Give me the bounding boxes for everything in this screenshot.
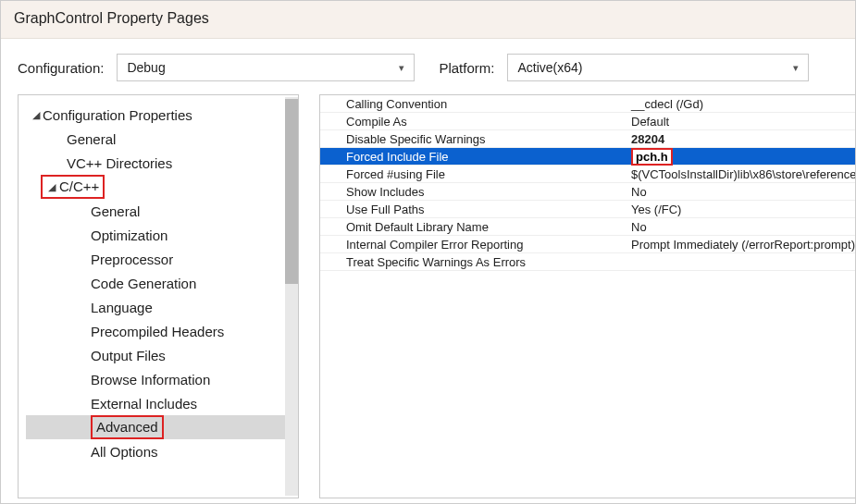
grid-row[interactable]: Forced Include Filepch.h	[320, 148, 855, 166]
tree-item-vcpp-dirs[interactable]: ◢ VC++ Directories	[26, 151, 294, 175]
property-value[interactable]: Default	[626, 115, 855, 129]
tree-item-browse-information[interactable]: ◢Browse Information	[26, 367, 294, 391]
grid-row[interactable]: Internal Compiler Error ReportingPrompt …	[320, 236, 855, 253]
tree-pane: ◢ Configuration Properties ◢ General ◢ V…	[18, 94, 299, 498]
chevron-down-icon: ▾	[399, 62, 404, 74]
tree-item-precompiled-headers[interactable]: ◢Precompiled Headers	[26, 319, 294, 343]
tree-item-all-options[interactable]: ◢All Options	[26, 439, 294, 463]
property-value[interactable]: No	[626, 185, 855, 199]
tree-item-optimization[interactable]: ◢Optimization	[26, 223, 294, 247]
tree-item-external-includes[interactable]: ◢External Includes	[26, 391, 294, 415]
property-value[interactable]: pch.h	[626, 148, 855, 166]
property-name: Treat Specific Warnings As Errors	[320, 255, 626, 269]
property-grid: Calling Convention__cdecl (/Gd)Compile A…	[319, 94, 855, 498]
tree-item-cpp[interactable]: ◢ C/C++	[26, 175, 294, 199]
tree-label: C/C++	[59, 177, 99, 197]
tree-label: Code Generation	[91, 276, 196, 291]
tree-item-advanced[interactable]: ◢Advanced	[26, 415, 294, 439]
property-name: Omit Default Library Name	[320, 220, 626, 234]
tree-item-code-generation[interactable]: ◢Code Generation	[26, 271, 294, 295]
window-title: GraphControl Property Pages	[14, 10, 209, 26]
tree-item-preprocessor[interactable]: ◢Preprocessor	[26, 247, 294, 271]
configuration-label: Configuration:	[18, 60, 104, 76]
tree-label: Configuration Properties	[43, 107, 192, 123]
tree-label: Precompiled Headers	[91, 324, 224, 339]
grid-row[interactable]: Calling Convention__cdecl (/Gd)	[320, 95, 855, 113]
grid-row[interactable]: Forced #using File$(VCToolsInstallDir)li…	[320, 166, 855, 183]
property-value[interactable]: No	[626, 220, 855, 234]
tree-label: External Includes	[91, 396, 197, 412]
configuration-toolbar: Configuration: Debug ▾ Platform: Active(…	[1, 39, 855, 94]
property-value[interactable]: Yes (/FC)	[626, 203, 855, 216]
scrollbar-thumb[interactable]	[285, 99, 298, 284]
tree-label: All Options	[91, 444, 158, 460]
property-name: Compile As	[320, 115, 626, 129]
window-titlebar: GraphControl Property Pages	[1, 1, 855, 39]
property-name: Forced #using File	[320, 167, 626, 181]
tree-label: VC++ Directories	[67, 155, 172, 171]
scrollbar-track[interactable]	[285, 97, 298, 496]
property-name: Use Full Paths	[320, 203, 626, 216]
chevron-down-icon: ▾	[793, 62, 799, 74]
grid-row[interactable]: Use Full PathsYes (/FC)	[320, 201, 855, 218]
tree-item-general[interactable]: ◢General	[26, 199, 294, 223]
configuration-value: Debug	[127, 60, 165, 75]
caret-down-icon: ◢	[30, 109, 43, 121]
platform-label: Platform:	[439, 60, 494, 76]
property-name: Show Includes	[320, 185, 626, 199]
property-value[interactable]: 28204	[626, 132, 855, 146]
property-name: Internal Compiler Error Reporting	[320, 238, 626, 252]
tree-label: Browse Information	[91, 372, 210, 387]
property-name: Calling Convention	[320, 97, 626, 111]
tree-label: Advanced	[91, 415, 164, 439]
tree-label: Preprocessor	[91, 252, 173, 267]
grid-row[interactable]: Compile AsDefault	[320, 113, 855, 130]
tree-label: Optimization	[91, 227, 167, 243]
grid-row[interactable]: Show IncludesNo	[320, 183, 855, 201]
tree-label: Output Files	[91, 348, 166, 363]
tree-item-output-files[interactable]: ◢Output Files	[26, 343, 294, 367]
configuration-dropdown[interactable]: Debug ▾	[117, 54, 415, 81]
property-name: Forced Include File	[320, 150, 626, 164]
tree-label: General	[67, 131, 116, 147]
grid-row[interactable]: Omit Default Library NameNo	[320, 218, 855, 236]
property-name: Disable Specific Warnings	[320, 132, 626, 146]
tree-label: General	[91, 203, 140, 219]
platform-dropdown[interactable]: Active(x64) ▾	[507, 54, 809, 81]
tree-item-language[interactable]: ◢Language	[26, 295, 294, 319]
property-value[interactable]: Prompt Immediately (/errorReport:prompt)	[626, 238, 855, 252]
caret-down-icon: ◢	[46, 177, 57, 197]
property-value[interactable]: $(VCToolsInstallDir)lib\x86\store\refere…	[626, 167, 855, 181]
tree-label: Language	[91, 300, 153, 315]
grid-row[interactable]: Disable Specific Warnings28204	[320, 130, 855, 148]
tree-item-general[interactable]: ◢ General	[26, 127, 294, 151]
tree-item-config-props[interactable]: ◢ Configuration Properties	[26, 103, 294, 127]
platform-value: Active(x64)	[517, 60, 582, 75]
property-value[interactable]: __cdecl (/Gd)	[626, 97, 855, 111]
grid-row[interactable]: Treat Specific Warnings As Errors	[320, 253, 855, 271]
